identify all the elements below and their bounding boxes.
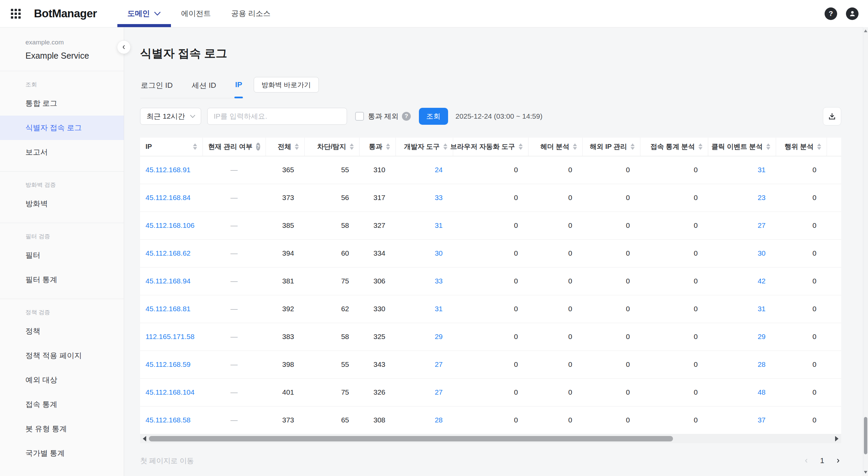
scroll-down-icon[interactable] xyxy=(864,471,867,474)
sidebar-item-3-2[interactable]: 예외 대상 xyxy=(0,368,124,392)
account-icon[interactable] xyxy=(846,7,859,20)
scroll-right-icon[interactable] xyxy=(835,436,838,441)
vertical-scrollbar-thumb[interactable] xyxy=(864,417,867,454)
cell-filler xyxy=(827,351,841,378)
sidebar-item-1-0[interactable]: 방화벽 xyxy=(0,192,124,216)
cell-ip[interactable]: 45.112.168.81 xyxy=(140,295,202,323)
cell-ip[interactable]: 112.165.171.58 xyxy=(140,323,202,351)
cell-click_event[interactable]: 28 xyxy=(708,351,776,378)
cell-ip[interactable]: 45.112.168.106 xyxy=(140,212,202,239)
cell-click_event[interactable]: 31 xyxy=(708,295,776,323)
download-button[interactable] xyxy=(823,107,841,125)
col-header-access_stats[interactable]: 접속 통계 분석 xyxy=(640,138,708,156)
next-page-button[interactable] xyxy=(835,457,841,464)
cell-devtools[interactable]: 27 xyxy=(396,378,453,406)
exclude-pass-checkbox[interactable] xyxy=(355,112,364,121)
prev-page-button[interactable] xyxy=(803,457,809,464)
horizontal-scrollbar[interactable] xyxy=(140,434,841,443)
cell-devtools[interactable]: 30 xyxy=(396,239,453,267)
scroll-left-icon[interactable] xyxy=(143,436,146,441)
cell-devtools[interactable]: 27 xyxy=(396,351,453,378)
sort-icon[interactable] xyxy=(573,143,577,150)
cell-ip[interactable]: 45.112.168.59 xyxy=(140,351,202,378)
cell-devtools[interactable]: 31 xyxy=(396,295,453,323)
col-header-behavior[interactable]: 행위 분석 xyxy=(776,138,827,156)
sidebar-item-0-0[interactable]: 통합 로그 xyxy=(0,91,124,116)
cell-devtools[interactable]: 31 xyxy=(396,212,453,239)
app-grid-icon[interactable] xyxy=(9,7,22,20)
cell-devtools[interactable]: 24 xyxy=(396,156,453,184)
cell-click_event[interactable]: 30 xyxy=(708,239,776,267)
cell-click_event[interactable]: 48 xyxy=(708,378,776,406)
sidebar-item-2-1[interactable]: 필터 통계 xyxy=(0,267,124,292)
cell-ip[interactable]: 45.112.168.91 xyxy=(140,156,202,184)
col-header-foreign_ip[interactable]: 해외 IP 관리 xyxy=(582,138,640,156)
vertical-scrollbar[interactable] xyxy=(863,27,868,476)
sort-icon[interactable] xyxy=(766,143,770,150)
nav-item-1[interactable]: 에이전트 xyxy=(171,0,221,27)
col-header-click_event[interactable]: 클릭 이벤트 분석 xyxy=(708,138,776,156)
cell-devtools[interactable]: 29 xyxy=(396,323,453,351)
sidebar-item-3-4[interactable]: 봇 유형 통계 xyxy=(0,417,124,441)
cell-click_event[interactable]: 37 xyxy=(708,406,776,434)
sort-icon[interactable] xyxy=(350,143,354,150)
exclude-pass-label[interactable]: 통과 제외 xyxy=(368,112,399,121)
nav-item-0[interactable]: 도메인 xyxy=(117,0,171,27)
cell-devtools[interactable]: 28 xyxy=(396,406,453,434)
cell-ip[interactable]: 45.112.168.94 xyxy=(140,267,202,295)
nav-item-2[interactable]: 공용 리소스 xyxy=(221,0,281,27)
tab-0[interactable]: 로그인 ID xyxy=(140,78,173,98)
help-icon[interactable]: ? xyxy=(825,7,837,20)
sort-icon[interactable] xyxy=(386,143,390,150)
sidebar-item-3-0[interactable]: 정책 xyxy=(0,319,124,343)
sidebar-item-3-3[interactable]: 접속 통계 xyxy=(0,392,124,417)
sort-icon[interactable] xyxy=(443,143,447,150)
sort-icon[interactable] xyxy=(817,143,821,150)
col-header-header_analysis[interactable]: 헤더 분석 xyxy=(528,138,582,156)
current-page-number[interactable]: 1 xyxy=(820,456,824,465)
cell-click_event[interactable]: 42 xyxy=(708,267,776,295)
cell-devtools[interactable]: 33 xyxy=(396,184,453,212)
go-first-page-link[interactable]: 첫 페이지로 이동 xyxy=(140,456,194,465)
sort-icon[interactable] xyxy=(193,143,197,150)
log-table-container[interactable]: IP현재 관리 여부?전체차단/탐지통과개발자 도구브라우저 자동화 도구헤더 … xyxy=(140,138,841,434)
firewall-shortcut-button[interactable]: 방화벽 바로가기 xyxy=(254,77,319,93)
sidebar-item-3-1[interactable]: 정책 적용 페이지 xyxy=(0,343,124,368)
col-header-blocked[interactable]: 차단/탐지 xyxy=(304,138,359,156)
cell-total: 392 xyxy=(266,295,304,323)
sort-icon[interactable] xyxy=(631,143,635,150)
ip-search-input[interactable] xyxy=(207,108,347,125)
sidebar-item-0-1[interactable]: 식별자 접속 로그 xyxy=(0,116,124,140)
sort-icon[interactable] xyxy=(698,143,702,150)
col-header-automation[interactable]: 브라우저 자동화 도구 xyxy=(453,138,528,156)
sidebar-item-3-5[interactable]: 국가별 통계 xyxy=(0,441,124,465)
sidebar-item-0-2[interactable]: 보고서 xyxy=(0,140,124,164)
cell-automation: 0 xyxy=(453,239,528,267)
cell-ip[interactable]: 45.112.168.62 xyxy=(140,239,202,267)
period-select[interactable]: 최근 12시간 xyxy=(140,108,201,125)
scroll-up-icon[interactable] xyxy=(864,29,867,32)
col-header-devtools[interactable]: 개발자 도구 xyxy=(396,138,453,156)
sort-icon[interactable] xyxy=(295,143,299,150)
sidebar-item-2-0[interactable]: 필터 xyxy=(0,243,124,267)
sidebar-collapse-button[interactable] xyxy=(117,40,131,54)
tab-1[interactable]: 세션 ID xyxy=(191,78,217,98)
exclude-pass-help-icon[interactable]: ? xyxy=(402,112,411,121)
sort-icon[interactable] xyxy=(519,143,523,150)
search-button[interactable]: 조회 xyxy=(419,108,448,125)
cell-behavior: 0 xyxy=(776,378,827,406)
cell-devtools[interactable]: 33 xyxy=(396,267,453,295)
col-header-total[interactable]: 전체 xyxy=(266,138,304,156)
cell-click_event[interactable]: 31 xyxy=(708,156,776,184)
cell-click_event[interactable]: 29 xyxy=(708,323,776,351)
cell-ip[interactable]: 45.112.168.104 xyxy=(140,378,202,406)
cell-ip[interactable]: 45.112.168.58 xyxy=(140,406,202,434)
column-help-icon[interactable]: ? xyxy=(256,143,260,151)
col-header-ip[interactable]: IP xyxy=(140,138,202,156)
cell-ip[interactable]: 45.112.168.84 xyxy=(140,184,202,212)
horizontal-scrollbar-thumb[interactable] xyxy=(149,436,673,441)
col-header-passed[interactable]: 통과 xyxy=(359,138,396,156)
cell-click_event[interactable]: 27 xyxy=(708,212,776,239)
cell-click_event[interactable]: 23 xyxy=(708,184,776,212)
tab-2[interactable]: IP xyxy=(234,78,243,98)
